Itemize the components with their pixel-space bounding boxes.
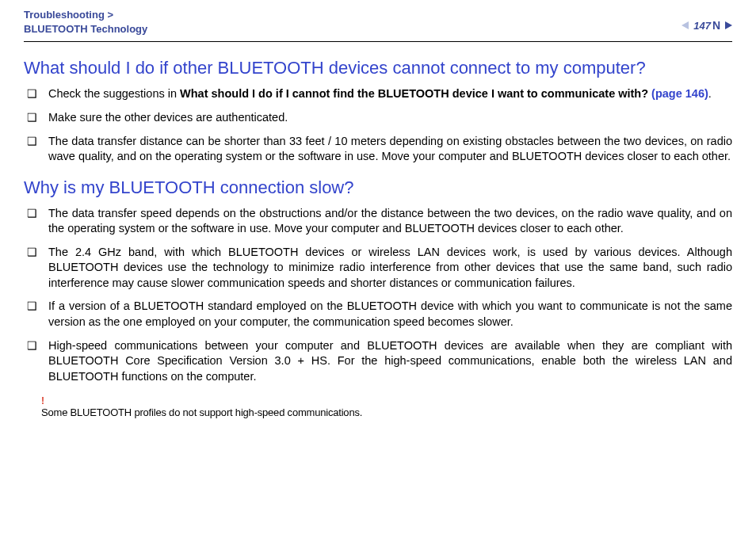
breadcrumb-current: BLUETOOTH Technology: [24, 23, 147, 35]
list-item: ❑ The data transfer speed depends on the…: [24, 206, 732, 237]
list-item-text: The 2.4 GHz band, with which BLUETOOTH d…: [48, 245, 732, 292]
page-header: Troubleshooting > BLUETOOTH Technology 1…: [24, 8, 732, 42]
list-item-text: The data transfer distance can be shorte…: [48, 134, 732, 165]
document-page: Troubleshooting > BLUETOOTH Technology 1…: [0, 0, 756, 435]
bullet-icon: ❑: [27, 338, 37, 353]
breadcrumb-parent: Troubleshooting >: [24, 9, 113, 21]
page-nav: 147 N: [682, 19, 732, 32]
breadcrumb: Troubleshooting > BLUETOOTH Technology: [24, 8, 147, 36]
list-item: ❑ Check the suggestions in What should I…: [24, 86, 732, 102]
section-heading-1: What should I do if other BLUETOOTH devi…: [24, 58, 732, 78]
list-item: ❑ The 2.4 GHz band, with which BLUETOOTH…: [24, 245, 732, 292]
list-item: ❑ If a version of a BLUETOOTH standard e…: [24, 299, 732, 330]
bullet-icon: ❑: [27, 134, 37, 149]
bullet-icon: ❑: [27, 206, 37, 221]
note-text: Some BLUETOOTH profiles do not support h…: [41, 406, 362, 418]
list-item-text: If a version of a BLUETOOTH standard emp…: [48, 299, 732, 330]
bullet-icon: ❑: [27, 86, 37, 101]
list-item: ❑ The data transfer distance can be shor…: [24, 134, 732, 165]
page-indicator-icon: N: [712, 19, 720, 32]
bullet-icon: ❑: [27, 299, 37, 314]
list-item-text: Check the suggestions in What should I d…: [48, 86, 712, 102]
section-2-list: ❑ The data transfer speed depends on the…: [24, 206, 732, 385]
bullet-icon: ❑: [27, 110, 37, 125]
section-1-list: ❑ Check the suggestions in What should I…: [24, 86, 732, 164]
prev-page-icon[interactable]: [682, 21, 689, 29]
next-page-icon[interactable]: [725, 21, 732, 29]
bullet-icon: ❑: [27, 245, 37, 260]
section-heading-2: Why is my BLUETOOTH connection slow?: [24, 177, 732, 198]
note-block: ! Some BLUETOOTH profiles do not support…: [41, 395, 732, 419]
list-item-text: The data transfer speed depends on the o…: [48, 206, 732, 237]
page-link[interactable]: (page 146): [651, 87, 708, 100]
list-item-text: High-speed communications between your c…: [48, 338, 732, 385]
list-item-text: Make sure the other devices are authenti…: [48, 110, 288, 126]
list-item: ❑ Make sure the other devices are authen…: [24, 110, 732, 126]
alert-icon: !: [41, 395, 732, 406]
list-item: ❑ High-speed communications between your…: [24, 338, 732, 385]
page-number: 147: [693, 20, 711, 32]
